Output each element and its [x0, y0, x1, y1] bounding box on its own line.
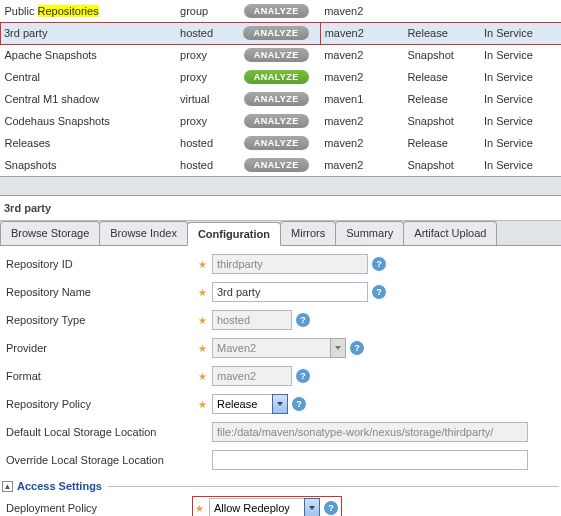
policy-select[interactable]	[212, 394, 288, 414]
format-cell: maven2	[320, 66, 403, 88]
required-icon: ★	[198, 371, 208, 382]
help-icon[interactable]: ?	[296, 369, 310, 383]
analyze-button[interactable]: ANALYZE	[244, 4, 309, 18]
format-field	[212, 366, 292, 386]
tab-browse-index[interactable]: Browse Index	[99, 221, 188, 245]
provider-select	[212, 338, 346, 358]
required-icon: ★	[198, 287, 208, 298]
repo-name-cell: Public Repositories	[1, 0, 177, 22]
section-divider	[0, 176, 561, 196]
repo-type-label: Repository Type	[2, 314, 198, 326]
analyze-button[interactable]: ANALYZE	[244, 48, 309, 62]
format-cell: maven1	[320, 88, 403, 110]
status-cell: In Service	[480, 22, 561, 44]
policy-cell: Release	[403, 88, 480, 110]
required-icon	[198, 455, 208, 466]
repo-type-cell: hosted	[176, 154, 232, 176]
table-row[interactable]: 3rd partyhostedANALYZEmaven2ReleaseIn Se…	[1, 22, 562, 44]
analyze-button[interactable]: ANALYZE	[244, 158, 309, 172]
help-icon[interactable]: ?	[372, 257, 386, 271]
required-icon: ★	[198, 315, 208, 326]
analyze-button[interactable]: ANALYZE	[244, 136, 309, 150]
policy-cell	[403, 0, 480, 22]
default-loc-label: Default Local Storage Location	[2, 426, 198, 438]
repo-name-cell: Central	[1, 66, 177, 88]
access-settings-legend: ▲ Access Settings	[2, 478, 559, 494]
repo-type-cell: virtual	[176, 88, 232, 110]
tab-browse-storage[interactable]: Browse Storage	[0, 221, 100, 245]
deploy-policy-select[interactable]	[209, 498, 320, 516]
status-cell: In Service	[480, 154, 561, 176]
analyze-button[interactable]: ANALYZE	[244, 92, 309, 106]
format-cell: maven2	[320, 132, 403, 154]
format-cell: maven2	[320, 154, 403, 176]
help-icon[interactable]: ?	[292, 397, 306, 411]
required-icon: ★	[195, 503, 205, 514]
repo-type-field	[212, 310, 292, 330]
policy-cell: Snapshot	[403, 110, 480, 132]
analyze-cell: ANALYZE	[232, 66, 320, 88]
analyze-cell: ANALYZE	[232, 22, 320, 44]
table-row[interactable]: SnapshotshostedANALYZEmaven2SnapshotIn S…	[1, 154, 562, 176]
repo-name-cell: 3rd party	[1, 22, 177, 44]
table-row[interactable]: CentralproxyANALYZEmaven2ReleaseIn Servi…	[1, 66, 562, 88]
analyze-cell: ANALYZE	[232, 110, 320, 132]
tab-summary[interactable]: Summary	[335, 221, 404, 245]
help-icon[interactable]: ?	[296, 313, 310, 327]
format-cell: maven2	[320, 110, 403, 132]
table-row[interactable]: Central M1 shadowvirtualANALYZEmaven1Rel…	[1, 88, 562, 110]
format-cell: maven2	[320, 0, 403, 22]
policy-label: Repository Policy	[2, 398, 198, 410]
provider-label: Provider	[2, 342, 198, 354]
tab-configuration[interactable]: Configuration	[187, 222, 281, 246]
status-cell: In Service	[480, 88, 561, 110]
analyze-cell: ANALYZE	[232, 88, 320, 110]
repo-name-cell: Apache Snapshots	[1, 44, 177, 66]
collapse-icon[interactable]: ▲	[2, 481, 13, 492]
status-cell	[480, 0, 561, 22]
override-loc-field[interactable]	[212, 450, 528, 470]
policy-cell: Release	[403, 22, 480, 44]
detail-title: 3rd party	[0, 196, 561, 221]
format-label: Format	[2, 370, 198, 382]
analyze-cell: ANALYZE	[232, 44, 320, 66]
override-loc-label: Override Local Storage Location	[2, 454, 198, 466]
tab-artifact-upload[interactable]: Artifact Upload	[403, 221, 497, 245]
tab-mirrors[interactable]: Mirrors	[280, 221, 336, 245]
config-form: Repository ID ★ ? Repository Name ★ ? Re…	[0, 246, 561, 516]
status-cell: In Service	[480, 66, 561, 88]
help-icon[interactable]: ?	[372, 285, 386, 299]
repo-id-label: Repository ID	[2, 258, 198, 270]
chevron-down-icon[interactable]	[304, 498, 320, 516]
repo-id-field	[212, 254, 368, 274]
highlight-rect: ★ ?	[192, 496, 342, 516]
analyze-cell: ANALYZE	[232, 0, 320, 22]
repo-type-cell: proxy	[176, 110, 232, 132]
analyze-button[interactable]: ANALYZE	[243, 26, 308, 40]
table-row[interactable]: Codehaus SnapshotsproxyANALYZEmaven2Snap…	[1, 110, 562, 132]
table-row[interactable]: Public RepositoriesgroupANALYZEmaven2	[1, 0, 562, 22]
repository-table: Public RepositoriesgroupANALYZEmaven23rd…	[0, 0, 561, 176]
repo-name-field[interactable]	[212, 282, 368, 302]
required-icon	[198, 427, 208, 438]
tab-bar: Browse StorageBrowse IndexConfigurationM…	[0, 221, 561, 246]
analyze-button[interactable]: ANALYZE	[244, 114, 309, 128]
table-row[interactable]: ReleaseshostedANALYZEmaven2ReleaseIn Ser…	[1, 132, 562, 154]
required-icon: ★	[198, 343, 208, 354]
format-cell: maven2	[320, 22, 403, 44]
required-icon: ★	[198, 259, 208, 270]
analyze-cell: ANALYZE	[232, 154, 320, 176]
repo-name-label: Repository Name	[2, 286, 198, 298]
repo-name-cell: Releases	[1, 132, 177, 154]
policy-cell: Release	[403, 132, 480, 154]
repo-type-cell: proxy	[176, 66, 232, 88]
format-cell: maven2	[320, 44, 403, 66]
help-icon[interactable]: ?	[350, 341, 364, 355]
analyze-cell: ANALYZE	[232, 132, 320, 154]
analyze-button[interactable]: ANALYZE	[244, 70, 309, 84]
repo-type-cell: hosted	[176, 132, 232, 154]
policy-cell: Release	[403, 66, 480, 88]
help-icon[interactable]: ?	[324, 501, 338, 515]
chevron-down-icon[interactable]	[272, 394, 288, 414]
table-row[interactable]: Apache SnapshotsproxyANALYZEmaven2Snapsh…	[1, 44, 562, 66]
